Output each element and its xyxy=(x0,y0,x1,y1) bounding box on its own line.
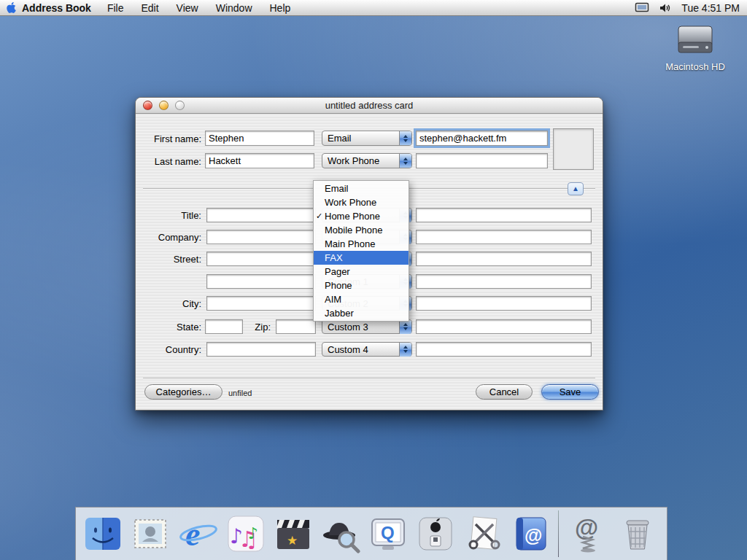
title-label: Title: xyxy=(136,210,201,221)
collapse-button[interactable]: ▲ xyxy=(568,182,584,195)
popup-menu-item-home-phone[interactable]: ✓Home Phone xyxy=(314,209,409,223)
street2-field[interactable] xyxy=(206,274,316,289)
row3-custom-field[interactable] xyxy=(416,208,592,222)
cancel-button[interactable]: Cancel xyxy=(476,384,533,400)
photo-well[interactable] xyxy=(553,128,594,170)
desktop: Address Book File Edit View Window Help … xyxy=(0,0,747,560)
trash-dock-icon[interactable] xyxy=(617,513,658,555)
menu-view[interactable]: View xyxy=(177,2,198,14)
company-field[interactable] xyxy=(206,230,316,244)
popup-value: Custom 4 xyxy=(328,344,368,355)
popup-menu-item-mobile-phone[interactable]: Mobile Phone xyxy=(314,223,409,237)
popup-menu-item-aim[interactable]: AIM xyxy=(314,292,409,306)
company-label: Company: xyxy=(136,232,201,243)
menu-file[interactable]: File xyxy=(107,2,124,14)
title-field[interactable] xyxy=(206,208,316,222)
categories-button[interactable]: Categories… xyxy=(144,384,222,400)
displays-menu-icon[interactable] xyxy=(635,2,649,14)
zip-field[interactable] xyxy=(276,319,316,334)
custom4-field[interactable] xyxy=(416,342,592,357)
close-button[interactable] xyxy=(143,101,152,110)
item-label: FAX xyxy=(325,252,343,263)
menu-window[interactable]: Window xyxy=(216,2,252,14)
row1-label-popup-value: Email xyxy=(328,133,352,144)
row2-label-popup-value: Work Phone xyxy=(328,155,379,166)
itunes-dock-icon[interactable]: ♪♫♪ xyxy=(225,513,266,555)
internet-shortcut-dock-icon[interactable]: @ xyxy=(568,513,608,555)
menu-bar-clock[interactable]: Tue 4:51 PM xyxy=(681,2,740,14)
popup-value: Custom 3 xyxy=(328,322,368,332)
address-book-dock-icon[interactable]: @ xyxy=(511,513,551,555)
window-title: untitled address card xyxy=(136,100,603,111)
row5-custom-field[interactable] xyxy=(416,252,592,266)
item-label: Pager xyxy=(325,266,350,277)
country-field[interactable] xyxy=(206,342,316,357)
label-popup-menu: Email Work Phone ✓Home Phone Mobile Phon… xyxy=(313,180,409,322)
stepper-icon xyxy=(399,154,411,168)
city-label: City: xyxy=(136,298,201,309)
row4-custom-field[interactable] xyxy=(416,230,592,244)
popup-menu-item-pager[interactable]: Pager xyxy=(314,265,409,279)
quicktime-dock-icon[interactable]: Q xyxy=(368,513,409,555)
volume-menu-icon[interactable] xyxy=(659,3,671,13)
popup-menu-item-jabber[interactable]: Jabber xyxy=(314,306,409,320)
internet-explorer-dock-icon[interactable]: e xyxy=(178,513,219,555)
popup-menu-item-email[interactable]: Email xyxy=(314,182,409,195)
state-label: State: xyxy=(136,322,201,332)
street-label: Street: xyxy=(136,254,201,265)
item-label: Main Phone xyxy=(325,238,375,249)
last-name-label: Last name: xyxy=(136,156,201,167)
custom3-field[interactable] xyxy=(416,319,592,334)
menu-edit[interactable]: Edit xyxy=(141,2,158,14)
item-label: Mobile Phone xyxy=(325,225,383,236)
sherlock-dock-icon[interactable] xyxy=(320,513,361,555)
window-titlebar[interactable]: untitled address card xyxy=(136,98,603,114)
apple-menu-icon[interactable] xyxy=(0,1,22,14)
save-button[interactable]: Save xyxy=(541,384,599,400)
custom3-popup[interactable]: Custom 3 xyxy=(322,319,412,334)
menu-bar: Address Book File Edit View Window Help … xyxy=(0,0,747,16)
menu-help[interactable]: Help xyxy=(270,2,291,14)
footer-divider xyxy=(143,378,595,379)
popup-menu-item-work-phone[interactable]: Work Phone xyxy=(314,195,409,209)
first-name-label: First name: xyxy=(136,133,201,144)
stepper-icon xyxy=(399,343,411,357)
minimize-button[interactable] xyxy=(159,101,169,110)
mail-dock-icon[interactable] xyxy=(130,513,171,555)
svg-text:♪: ♪ xyxy=(248,524,258,542)
country-label: Country: xyxy=(136,344,201,355)
svg-text:e: e xyxy=(185,516,200,553)
row2-label-popup[interactable]: Work Phone xyxy=(322,153,412,168)
popup-menu-item-main-phone[interactable]: Main Phone xyxy=(314,237,409,251)
svg-text:@: @ xyxy=(525,525,542,545)
row1-label-popup[interactable]: Email xyxy=(322,131,412,146)
popup-menu-item-phone[interactable]: Phone xyxy=(314,279,409,292)
custom4-popup[interactable]: Custom 4 xyxy=(322,342,412,357)
item-label: Work Phone xyxy=(325,197,376,208)
finder-dock-icon[interactable] xyxy=(82,513,123,555)
stepper-icon xyxy=(399,320,411,334)
address-card-window: untitled address card First name: Email … xyxy=(135,97,603,411)
system-preferences-dock-icon[interactable] xyxy=(415,513,456,555)
scissors-dock-icon[interactable] xyxy=(463,513,504,555)
app-menu-address-book[interactable]: Address Book xyxy=(22,2,91,14)
work-phone-field[interactable] xyxy=(416,153,548,168)
city-field[interactable] xyxy=(206,296,316,311)
item-label: Jabber xyxy=(325,308,354,319)
zoom-button[interactable] xyxy=(175,101,185,110)
svg-text:★: ★ xyxy=(287,533,298,548)
first-name-field[interactable] xyxy=(205,131,314,146)
item-label: Home Phone xyxy=(325,211,380,222)
imovie-dock-icon[interactable]: ★ xyxy=(273,513,314,555)
street-field[interactable] xyxy=(206,252,316,266)
macintosh-hd-icon[interactable]: Macintosh HD xyxy=(665,22,725,72)
item-label: AIM xyxy=(325,294,341,305)
custom1-field[interactable] xyxy=(416,274,592,289)
popup-menu-item-fax[interactable]: FAX xyxy=(314,251,409,265)
email-field[interactable] xyxy=(416,131,548,146)
checkmark-icon: ✓ xyxy=(314,211,325,221)
last-name-field[interactable] xyxy=(205,153,314,168)
svg-text:Q: Q xyxy=(381,523,395,542)
custom2-field[interactable] xyxy=(416,296,592,311)
hd-icon-label: Macintosh HD xyxy=(665,61,725,72)
